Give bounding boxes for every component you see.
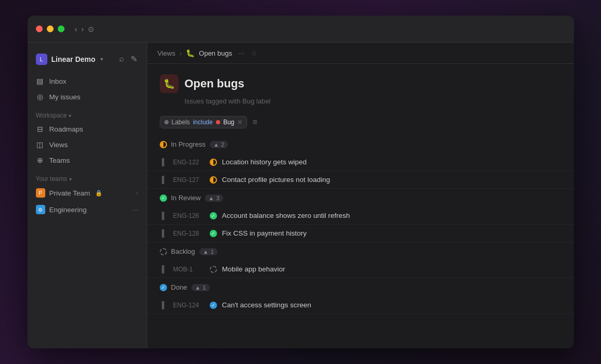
sidebar-item-my-issues[interactable]: ◎ My issues (28, 89, 147, 105)
filter-bug-label: Bug (223, 119, 234, 126)
breadcrumb-current: Open bugs (199, 49, 232, 57)
workspace-section-label: Workspace (36, 112, 67, 119)
breadcrumb-separator: › (180, 49, 182, 57)
search-button[interactable]: ⌕ (118, 53, 125, 65)
group-header-in-review: ✓ In Review ▲ 3 (147, 189, 574, 207)
issue-status-in-progress-127 (210, 176, 217, 184)
issue-row-eng-124[interactable]: ▐ ENG-124 ✓ Can't access settings screen (147, 296, 574, 314)
issue-row-mob-1[interactable]: ▐ MOB-1 Mobile app behavior (147, 261, 574, 278)
breadcrumb-more-options[interactable]: ··· (238, 49, 245, 57)
history-icon[interactable]: ⊙ (88, 25, 94, 33)
in-review-status-icon: ✓ (160, 194, 167, 202)
sidebar-item-views[interactable]: ◫ Views (28, 137, 147, 152)
issue-title-eng-124: Can't access settings screen (222, 301, 561, 309)
bar-chart-icon-eng-124: ▐ (160, 301, 168, 309)
sidebar-item-roadmaps-label: Roadmaps (49, 125, 83, 133)
issue-row-eng-122[interactable]: ▐ ENG-122 Location history gets wiped (147, 153, 574, 171)
my-issues-icon: ◎ (36, 93, 44, 101)
issue-id-eng-124: ENG-124 (173, 302, 204, 309)
your-teams-chevron-icon: ▾ (69, 176, 72, 182)
workspace-title: Linear Demo (52, 55, 96, 63)
filter-options-icon[interactable]: ≡ (250, 115, 259, 129)
priority-icon-review: ▲ (209, 195, 214, 201)
sidebar-item-views-label: Views (49, 141, 68, 149)
issue-id-eng-127: ENG-127 (173, 176, 204, 184)
page-bug-icon: 🐛 (160, 74, 178, 93)
issue-id-eng-126: ENG-126 (173, 212, 204, 219)
private-team-label: Private Team (49, 189, 91, 197)
page-title-area: 🐛 Open bugs Issues tagged with Bug label (147, 64, 574, 111)
close-button[interactable] (36, 25, 43, 32)
in-review-count-badge: ▲ 3 (205, 194, 223, 202)
page-title-row: 🐛 Open bugs (160, 74, 561, 93)
issue-row-eng-126[interactable]: ▐ ENG-126 ✓ Account balance shows zero u… (147, 207, 574, 225)
sidebar-item-inbox[interactable]: ▤ Inbox (28, 73, 147, 89)
sidebar-item-inbox-label: Inbox (49, 77, 67, 85)
titlebar: ‹ › ⊙ (28, 16, 574, 43)
forward-arrow-icon[interactable]: › (81, 25, 84, 33)
issue-row-eng-128[interactable]: ▐ ENG-128 ✓ Fix CSS in payment history (147, 225, 574, 242)
issue-status-in-review-126: ✓ (210, 212, 217, 219)
breadcrumb-views[interactable]: Views (158, 49, 175, 57)
sidebar: L Linear Demo ▾ ⌕ ✎ ▤ Inbox ◎ My (28, 43, 147, 348)
engineering-options-icon[interactable]: ··· (132, 205, 138, 214)
workspace-chevron-icon: ▾ (100, 56, 103, 62)
issue-title-eng-127: Contact profile pictures not loading (222, 176, 561, 184)
group-in-review-label: In Review (171, 194, 201, 202)
sidebar-item-roadmaps[interactable]: ⊟ Roadmaps (28, 121, 147, 137)
sidebar-item-my-issues-label: My issues (49, 93, 81, 101)
issue-status-in-progress-122 (210, 159, 217, 166)
sidebar-item-teams-label: Teams (49, 157, 70, 164)
your-teams-section-header[interactable]: Your teams ▾ (28, 171, 147, 185)
done-count: 1 (202, 284, 206, 291)
sidebar-actions: ⌕ ✎ (118, 53, 138, 65)
filter-bar: Labels include Bug ✕ ≡ (147, 111, 574, 135)
backlog-status-icon (160, 248, 167, 255)
issue-id-eng-128: ENG-128 (173, 230, 204, 237)
bar-chart-icon-eng-128: ▐ (160, 229, 168, 237)
sidebar-item-engineering[interactable]: ⚙ Engineering ··· (28, 201, 147, 218)
bar-chart-icon-eng-126: ▐ (160, 212, 168, 219)
filter-include-text: include (193, 119, 213, 126)
in-progress-count: 2 (221, 141, 224, 148)
in-progress-count-badge: ▲ 2 (210, 141, 228, 148)
filter-close-icon[interactable]: ✕ (237, 119, 242, 126)
group-header-in-progress: In Progress ▲ 2 (147, 135, 574, 153)
bar-chart-icon-eng-122: ▐ (160, 158, 168, 166)
compose-button[interactable]: ✎ (130, 53, 138, 65)
private-team-arrow-icon: › (136, 190, 138, 196)
your-teams-section-label: Your teams (36, 175, 67, 183)
labels-dot-icon (164, 120, 169, 124)
issue-title-mob-1: Mobile app behavior (222, 265, 561, 273)
workspace-name[interactable]: L Linear Demo ▾ (36, 54, 104, 65)
lock-icon: 🔒 (95, 190, 103, 197)
issue-status-backlog-mob-1 (210, 266, 217, 273)
teams-icon: ⊕ (36, 156, 44, 164)
issue-title-eng-126: Account balance shows zero until refresh (222, 212, 561, 219)
backlog-count: 1 (211, 249, 214, 255)
back-arrow-icon[interactable]: ‹ (75, 25, 78, 33)
workspace-section-header[interactable]: Workspace ▾ (28, 108, 147, 121)
page-title: Open bugs (185, 77, 245, 90)
in-review-count: 3 (216, 195, 219, 201)
filter-bug-dot-icon (216, 120, 220, 124)
workspace-avatar: L (36, 54, 47, 65)
group-header-done: ✓ Done ▲ 1 (147, 278, 574, 296)
fullscreen-button[interactable] (58, 25, 65, 32)
filter-labels-text: Labels (172, 119, 190, 126)
bar-chart-icon-mob-1: ▐ (160, 265, 168, 273)
sidebar-item-teams[interactable]: ⊕ Teams (28, 152, 147, 168)
titlebar-nav: ‹ › ⊙ (75, 25, 94, 33)
content-area: L Linear Demo ▾ ⌕ ✎ ▤ Inbox ◎ My (28, 43, 574, 348)
favorite-star-icon[interactable]: ☆ (251, 49, 258, 57)
sidebar-item-private-team[interactable]: P Private Team 🔒 › (28, 185, 147, 201)
filter-labels-tag[interactable]: Labels include Bug ✕ (160, 116, 248, 128)
issue-row-eng-127[interactable]: ▐ ENG-127 Contact profile pictures not l… (147, 171, 574, 189)
minimize-button[interactable] (47, 25, 54, 32)
priority-icon-backlog: ▲ (203, 249, 209, 255)
priority-icon-done: ▲ (195, 284, 201, 291)
issues-list: In Progress ▲ 2 ▐ ENG-122 Location histo… (147, 135, 574, 348)
inbox-icon: ▤ (36, 77, 44, 85)
breadcrumb-bar: Views › 🐛 Open bugs ··· ☆ (147, 43, 574, 64)
issue-id-mob-1: MOB-1 (173, 266, 204, 273)
